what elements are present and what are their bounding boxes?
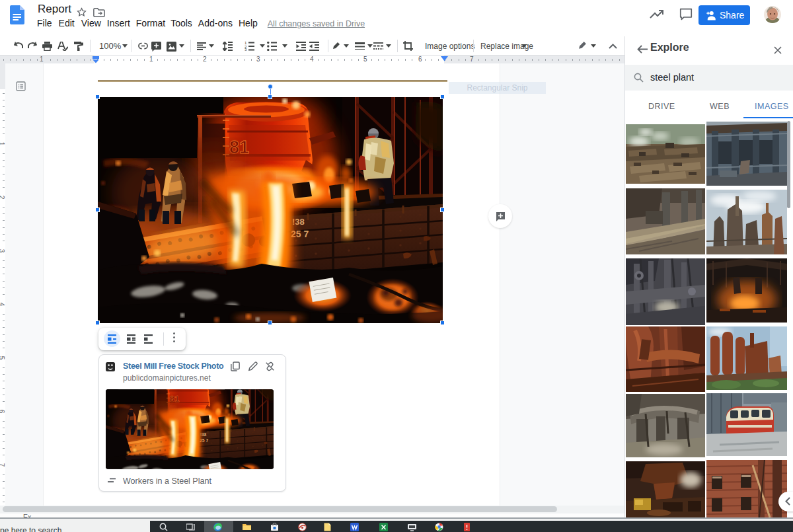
svg-text:3: 3 xyxy=(245,48,247,51)
